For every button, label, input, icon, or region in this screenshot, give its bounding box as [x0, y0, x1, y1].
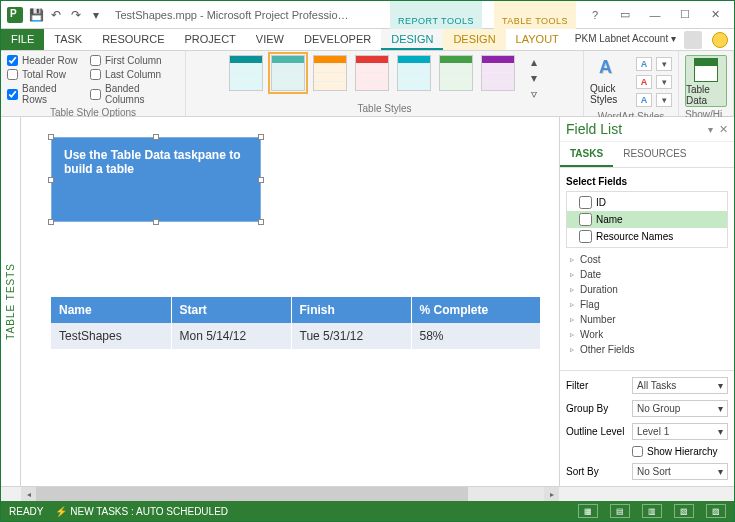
- tab-task[interactable]: TASK: [44, 29, 92, 50]
- chk-banded-rows[interactable]: Banded Rows: [7, 83, 82, 105]
- chk-banded-columns[interactable]: Banded Columns: [90, 83, 179, 105]
- pane-tab-tasks[interactable]: TASKS: [560, 142, 613, 167]
- tab-view[interactable]: VIEW: [246, 29, 294, 50]
- account-label[interactable]: PKM Labnet Account ▾: [571, 29, 680, 50]
- chk-first-column[interactable]: First Column: [90, 55, 179, 66]
- report-canvas[interactable]: Use the Table Data taskpane to build a t…: [21, 117, 559, 486]
- table-style-4[interactable]: [355, 55, 389, 91]
- text-effects-button[interactable]: A: [636, 93, 652, 107]
- tab-table-design[interactable]: DESIGN: [443, 29, 505, 50]
- tab-report-design[interactable]: DESIGN: [381, 29, 443, 50]
- pane-tab-resources[interactable]: RESOURCES: [613, 142, 696, 167]
- pane-close-icon[interactable]: ✕: [719, 123, 728, 136]
- table-style-2[interactable]: [271, 55, 305, 91]
- close-icon[interactable]: ✕: [704, 6, 726, 24]
- resize-handle[interactable]: [153, 134, 159, 140]
- tree-flag[interactable]: Flag: [566, 297, 728, 312]
- text-fill-dropdown[interactable]: ▾: [656, 57, 672, 71]
- table-style-7[interactable]: [481, 55, 515, 91]
- styles-scroll-down-icon[interactable]: ▾: [527, 71, 541, 85]
- title-bar: 💾 ↶ ↷ ▾ TestShapes.mpp - Microsoft Proje…: [1, 1, 734, 29]
- tree-other[interactable]: Other Fields: [566, 342, 728, 357]
- view-team-icon[interactable]: ▥: [642, 504, 662, 518]
- pane-options-icon[interactable]: ▾: [708, 124, 713, 135]
- minimize-icon[interactable]: —: [644, 6, 666, 24]
- chk-show-hierarchy[interactable]: Show Hierarchy: [632, 446, 728, 457]
- tab-resource[interactable]: RESOURCE: [92, 29, 174, 50]
- table-style-5[interactable]: [397, 55, 431, 91]
- outline-level-label: Outline Level: [566, 426, 626, 437]
- qat-dropdown-icon[interactable]: ▾: [89, 8, 103, 22]
- chk-last-column[interactable]: Last Column: [90, 69, 179, 80]
- field-chk-resource-names[interactable]: Resource Names: [567, 228, 727, 245]
- resize-handle[interactable]: [258, 134, 264, 140]
- scroll-thumb[interactable]: [36, 487, 468, 501]
- tree-number[interactable]: Number: [566, 312, 728, 327]
- vertical-view-label: TABLE TESTS: [5, 263, 16, 340]
- tab-developer[interactable]: DEVELOPER: [294, 29, 381, 50]
- scroll-left-icon[interactable]: ◂: [21, 487, 36, 501]
- cell-start[interactable]: Mon 5/14/12: [171, 323, 291, 349]
- col-start[interactable]: Start: [171, 297, 291, 323]
- feedback-icon[interactable]: [712, 32, 728, 48]
- field-chk-name[interactable]: Name: [567, 211, 727, 228]
- resize-handle[interactable]: [258, 219, 264, 225]
- styles-more-icon[interactable]: ▿: [527, 87, 541, 101]
- view-resource-icon[interactable]: ▧: [674, 504, 694, 518]
- col-pct-complete[interactable]: % Complete: [411, 297, 541, 323]
- resize-handle[interactable]: [48, 177, 54, 183]
- redo-icon[interactable]: ↷: [69, 8, 83, 22]
- outline-level-select[interactable]: Level 1 ▾: [632, 423, 728, 440]
- table-style-3[interactable]: [313, 55, 347, 91]
- undo-icon[interactable]: ↶: [49, 8, 63, 22]
- col-name[interactable]: Name: [51, 297, 171, 323]
- resize-handle[interactable]: [258, 177, 264, 183]
- chk-total-row[interactable]: Total Row: [7, 69, 82, 80]
- vertical-view-bar[interactable]: TABLE TESTS: [1, 117, 21, 486]
- tree-work[interactable]: Work: [566, 327, 728, 342]
- avatar[interactable]: [684, 31, 702, 49]
- tree-duration[interactable]: Duration: [566, 282, 728, 297]
- table-row[interactable]: TestShapes Mon 5/14/12 Tue 5/31/12 58%: [51, 323, 541, 349]
- group-by-select[interactable]: No Group ▾: [632, 400, 728, 417]
- ribbon-collapse-icon[interactable]: ▭: [614, 6, 636, 24]
- tab-file[interactable]: FILE: [1, 29, 44, 50]
- resize-handle[interactable]: [48, 219, 54, 225]
- callout-shape[interactable]: Use the Table Data taskpane to build a t…: [51, 137, 261, 222]
- text-fill-button[interactable]: A: [636, 57, 652, 71]
- tab-project[interactable]: PROJECT: [175, 29, 246, 50]
- maximize-icon[interactable]: ☐: [674, 6, 696, 24]
- tree-cost[interactable]: Cost: [566, 252, 728, 267]
- status-new-tasks[interactable]: ⚡ NEW TASKS : AUTO SCHEDULED: [55, 506, 228, 517]
- resize-handle[interactable]: [153, 219, 159, 225]
- help-icon[interactable]: ?: [584, 6, 606, 24]
- field-chk-id[interactable]: ID: [567, 194, 727, 211]
- styles-scroll-up-icon[interactable]: ▴: [527, 55, 541, 69]
- table-style-6[interactable]: [439, 55, 473, 91]
- group-by-label: Group By: [566, 403, 626, 414]
- sort-by-select[interactable]: No Sort ▾: [632, 463, 728, 480]
- view-report-icon[interactable]: ▨: [706, 504, 726, 518]
- main-area: TABLE TESTS Use the Table Data taskpane …: [1, 117, 734, 486]
- cell-name[interactable]: TestShapes: [51, 323, 171, 349]
- table-style-1[interactable]: [229, 55, 263, 91]
- tab-table-layout[interactable]: LAYOUT: [506, 29, 569, 50]
- chk-header-row[interactable]: Header Row: [7, 55, 82, 66]
- horizontal-scrollbar[interactable]: ◂ ▸: [1, 486, 734, 501]
- cell-finish[interactable]: Tue 5/31/12: [291, 323, 411, 349]
- scroll-right-icon[interactable]: ▸: [544, 487, 559, 501]
- filter-select[interactable]: All Tasks ▾: [632, 377, 728, 394]
- col-finish[interactable]: Finish: [291, 297, 411, 323]
- save-icon[interactable]: 💾: [29, 8, 43, 22]
- text-outline-dropdown[interactable]: ▾: [656, 75, 672, 89]
- text-effects-dropdown[interactable]: ▾: [656, 93, 672, 107]
- view-task-icon[interactable]: ▤: [610, 504, 630, 518]
- table-data-button[interactable]: Table Data: [685, 55, 727, 107]
- quick-styles-button[interactable]: A Quick Styles: [590, 55, 632, 105]
- view-gantt-icon[interactable]: ▦: [578, 504, 598, 518]
- tree-date[interactable]: Date: [566, 267, 728, 282]
- report-table[interactable]: Name Start Finish % Complete TestShapes …: [51, 297, 541, 349]
- text-outline-button[interactable]: A: [636, 75, 652, 89]
- cell-pct[interactable]: 58%: [411, 323, 541, 349]
- resize-handle[interactable]: [48, 134, 54, 140]
